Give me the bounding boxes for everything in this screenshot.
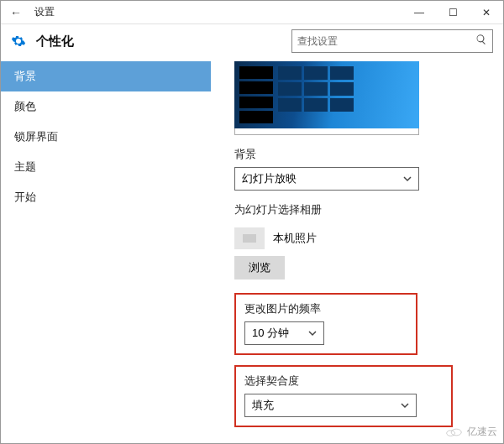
chevron-down-icon	[401, 400, 409, 412]
settings-window: ← 设置 — ☐ ✕ 个性化 查找设置 背景 颜色 锁屏界面 主题 开始	[0, 0, 504, 444]
maximize-button[interactable]: ☐	[436, 7, 470, 18]
album-thumb	[234, 227, 265, 249]
sidebar-item-theme[interactable]: 主题	[1, 152, 211, 182]
chevron-down-icon	[308, 327, 317, 340]
album-section: 为幻灯片选择相册 本机照片 浏览	[234, 202, 488, 279]
sidebar-item-color[interactable]: 颜色	[1, 91, 211, 122]
sidebar: 背景 颜色 锁屏界面 主题 开始	[1, 61, 211, 443]
content-panel: 背景 幻灯片放映 为幻灯片选择相册 本机照片 浏览 更改图片的频率 10 分钟	[211, 61, 503, 443]
chevron-down-icon	[403, 173, 412, 185]
page-title: 个性化	[36, 34, 74, 50]
browse-button[interactable]: 浏览	[234, 256, 285, 279]
svg-point-1	[451, 429, 461, 436]
frequency-label: 更改图片的频率	[244, 301, 407, 316]
search-input[interactable]: 查找设置	[291, 29, 493, 53]
preview-taskbar	[234, 128, 419, 135]
sidebar-item-lockscreen[interactable]: 锁屏界面	[1, 122, 211, 152]
titlebar: ← 设置 — ☐ ✕	[1, 1, 503, 24]
back-button[interactable]: ←	[8, 6, 24, 19]
gear-icon	[11, 34, 26, 49]
minimize-button[interactable]: —	[402, 7, 436, 18]
fit-section: 选择契合度 填充	[234, 365, 453, 427]
header: 个性化 查找设置	[1, 24, 503, 61]
frequency-select[interactable]: 10 分钟	[244, 321, 324, 345]
sidebar-item-start[interactable]: 开始	[1, 182, 211, 212]
background-select[interactable]: 幻灯片放映	[234, 167, 419, 191]
search-placeholder: 查找设置	[297, 34, 475, 49]
background-section: 背景 幻灯片放映	[234, 147, 488, 191]
frequency-section: 更改图片的频率 10 分钟	[234, 293, 417, 355]
desktop-preview	[234, 61, 419, 128]
fit-value: 填充	[252, 398, 274, 413]
watermark-text: 亿速云	[467, 425, 497, 439]
window-title: 设置	[34, 5, 55, 19]
background-label: 背景	[234, 147, 488, 162]
fit-label: 选择契合度	[244, 373, 443, 389]
body: 背景 颜色 锁屏界面 主题 开始 背景 幻灯片放映 为幻灯片选择相册	[1, 61, 503, 443]
frequency-value: 10 分钟	[252, 326, 289, 341]
fit-select[interactable]: 填充	[244, 394, 417, 417]
watermark: 亿速云	[445, 425, 497, 439]
background-value: 幻灯片放映	[242, 171, 297, 186]
search-icon	[475, 34, 487, 49]
album-label: 为幻灯片选择相册	[234, 202, 488, 217]
close-button[interactable]: ✕	[470, 7, 503, 18]
album-name: 本机照片	[273, 231, 317, 246]
sidebar-item-background[interactable]: 背景	[1, 61, 211, 91]
